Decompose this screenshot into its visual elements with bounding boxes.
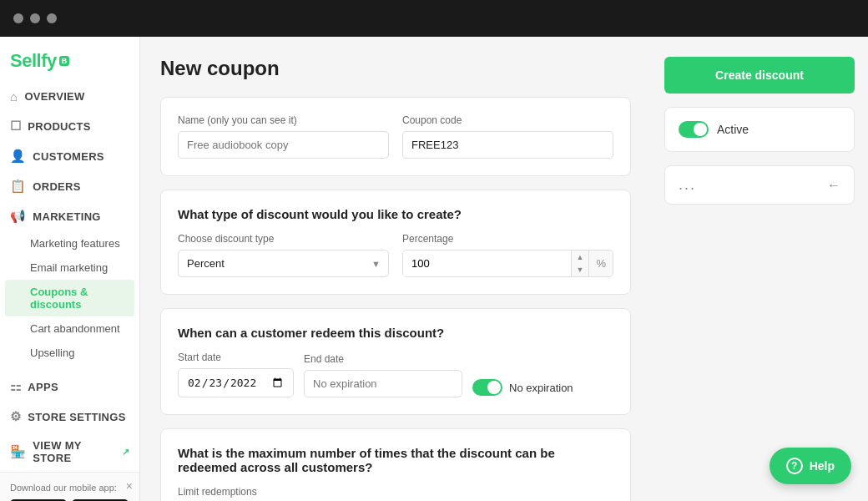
name-group: Name (only you can see it) <box>178 114 389 159</box>
sidebar-item-overview[interactable]: ⌂ Overview <box>0 82 139 111</box>
overview-label: Overview <box>24 90 84 103</box>
end-date-input[interactable] <box>304 370 462 397</box>
no-expiration-toggle[interactable] <box>472 379 502 396</box>
active-label: Active <box>717 123 749 136</box>
max-redemptions-card: What is the maximum number of times that… <box>160 428 631 501</box>
overview-icon: ⌂ <box>10 89 18 104</box>
mobile-app-label: Download our mobile app: <box>10 483 129 493</box>
help-question-icon: ? <box>786 458 803 474</box>
apps-icon: ⚏ <box>10 379 21 394</box>
sidebar-logo[interactable]: SellfyB <box>0 37 139 82</box>
percentage-label: Percentage <box>402 233 613 245</box>
marketing-label: Marketing <box>33 210 100 223</box>
traffic-light-green[interactable] <box>47 13 57 23</box>
sidebar-item-orders[interactable]: 📋 Orders <box>0 171 139 201</box>
nav-dots[interactable]: ... <box>679 176 696 194</box>
customers-label: Customers <box>33 150 104 163</box>
name-label: Name (only you can see it) <box>178 114 389 126</box>
start-date-group: Start date <box>178 352 294 397</box>
no-expiration-group: No expiration <box>472 379 573 396</box>
percentage-symbol: % <box>588 250 613 276</box>
discount-type-group: Choose discount type Percent Fixed amoun… <box>178 233 389 277</box>
start-date-label: Start date <box>178 352 294 363</box>
external-link-icon: ↗ <box>122 447 129 458</box>
name-code-card: Name (only you can see it) Coupon code <box>160 97 631 176</box>
orders-label: Orders <box>33 180 80 193</box>
discount-type-select[interactable]: Percent Fixed amount <box>178 250 389 277</box>
customers-icon: 👤 <box>10 149 26 164</box>
active-row: Active <box>679 121 840 138</box>
sidebar-item-view-store[interactable]: 🏪 View My Store ↗ <box>0 432 139 472</box>
end-date-label: End date <box>304 353 462 365</box>
percentage-input[interactable] <box>403 250 571 276</box>
redeem-section-title: When can a customer redeem this discount… <box>178 326 613 340</box>
percentage-group: Percentage ▲ ▼ % <box>402 233 613 277</box>
percentage-spinners: ▲ ▼ <box>571 250 589 276</box>
code-group: Coupon code <box>402 114 613 159</box>
store-settings-label: Store Settings <box>28 411 125 423</box>
date-row: Start date End date No expiration <box>178 352 613 397</box>
products-icon: ☐ <box>10 119 21 134</box>
start-date-input[interactable] <box>178 368 294 397</box>
name-input[interactable] <box>178 131 389 159</box>
traffic-light-yellow[interactable] <box>30 13 40 23</box>
sidebar-sub-marketing-features[interactable]: Marketing features <box>0 231 139 256</box>
discount-section-title: What type of discount would you like to … <box>178 207 613 221</box>
limit-group: Limit redemptions ▲ ▼ <box>178 486 518 501</box>
max-section-title: What is the maximum number of times that… <box>178 446 613 474</box>
right-panel: Create discount Active ... ← <box>651 37 868 501</box>
redeem-card: When can a customer redeem this discount… <box>160 308 631 415</box>
app-body: SellfyB ⌂ Overview ☐ Products 👤 Customer… <box>0 37 868 501</box>
marketing-icon: 📢 <box>10 209 26 224</box>
coupon-code-input[interactable] <box>402 131 613 159</box>
main-content: New coupon Name (only you can see it) Co… <box>140 37 651 501</box>
view-store-label: View My Store <box>33 439 114 464</box>
sidebar-sub-email-marketing[interactable]: Email marketing <box>0 256 139 280</box>
help-label: Help <box>810 459 835 473</box>
help-fab[interactable]: ? Help <box>770 448 851 484</box>
sidebar: SellfyB ⌂ Overview ☐ Products 👤 Customer… <box>0 37 140 501</box>
nav-back-icon[interactable]: ← <box>827 178 840 193</box>
create-discount-button[interactable]: Create discount <box>664 57 855 94</box>
sidebar-sub-cart-abandonment[interactable]: Cart abandonment <box>0 316 139 341</box>
logo-badge: B <box>59 56 70 66</box>
end-date-group: End date <box>304 353 462 397</box>
sidebar-item-products[interactable]: ☐ Products <box>0 111 139 141</box>
close-banner-icon[interactable]: × <box>126 479 133 493</box>
discount-type-label: Choose discount type <box>178 233 389 245</box>
status-card: Active <box>664 107 855 152</box>
sidebar-sub-coupons[interactable]: Coupons & discounts <box>5 280 134 316</box>
code-label: Coupon code <box>402 114 613 126</box>
percentage-down-btn[interactable]: ▼ <box>572 264 589 277</box>
no-expiration-label: No expiration <box>509 382 573 394</box>
limit-label: Limit redemptions <box>178 486 518 498</box>
sidebar-item-store-settings[interactable]: ⚙ Store Settings <box>0 402 139 432</box>
orders-icon: 📋 <box>10 179 26 194</box>
discount-row: Choose discount type Percent Fixed amoun… <box>178 233 613 277</box>
page-title: New coupon <box>160 57 631 80</box>
products-label: Products <box>28 120 90 133</box>
sidebar-item-customers[interactable]: 👤 Customers <box>0 141 139 171</box>
apps-label: Apps <box>28 381 58 393</box>
discount-type-card: What type of discount would you like to … <box>160 190 631 295</box>
view-store-icon: 🏪 <box>10 444 26 459</box>
mobile-app-banner: Download our mobile app: Download on the… <box>0 472 139 501</box>
sidebar-sub-upselling[interactable]: Upselling <box>0 341 139 365</box>
percentage-wrapper: ▲ ▼ % <box>402 250 613 277</box>
logo-text: Sellfy <box>10 50 57 72</box>
traffic-light-red[interactable] <box>13 13 23 23</box>
nav-card: ... ← <box>664 165 855 205</box>
name-code-row: Name (only you can see it) Coupon code <box>178 114 613 159</box>
top-bar <box>0 0 868 37</box>
sidebar-item-marketing[interactable]: 📢 Marketing <box>0 201 139 231</box>
percentage-up-btn[interactable]: ▲ <box>572 250 589 264</box>
active-toggle[interactable] <box>679 121 709 138</box>
settings-icon: ⚙ <box>10 409 21 424</box>
sidebar-item-apps[interactable]: ⚏ Apps <box>0 372 139 402</box>
limit-row: Limit redemptions ▲ ▼ Unlimited <box>178 486 613 501</box>
discount-type-select-wrapper: Percent Fixed amount ▼ <box>178 250 389 277</box>
